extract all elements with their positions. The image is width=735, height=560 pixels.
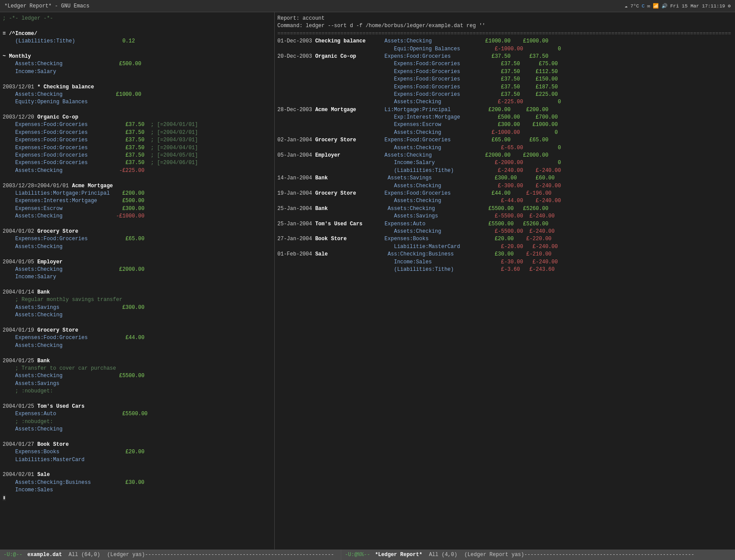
title-bar: *Ledger Report* - GNU Emacs ☁ 7°C C ✉ 📶 … [0,0,735,12]
app-title: *Ledger Report* - GNU Emacs [4,3,89,9]
left-pane: ; -*- ledger -*- = /^Income/ (Liabilitie… [0,12,275,550]
status-mode-name-left: (Ledger yas)----------------------------… [107,552,334,558]
status-mode-right: -U:@%%-- [345,552,370,558]
right-pane: Report: account Command: ledger --sort d… [275,12,735,550]
mail-icon: ✉ [647,3,650,9]
status-mode-name-right: (Ledger Report yas)---------------------… [464,552,694,558]
title-bar-left: *Ledger Report* - GNU Emacs [4,3,89,9]
status-filename-left: example.dat [24,552,65,558]
settings-icon: ⚙ [728,3,731,9]
network-icon: 📶 [653,3,659,9]
right-pane-content: Report: account Command: ledger --sort d… [275,14,735,274]
status-filename-right: *Ledger Report* [372,552,425,558]
status-mode-left: -U:@-- [4,552,22,558]
status-info-left: All (64,0) [69,552,100,558]
refresh-icon: C [642,4,645,9]
status-bar-right: -U:@%%-- *Ledger Report* All (4,0) (Ledg… [341,550,735,560]
weather-icon: ☁ 7°C [625,3,639,9]
status-bar-left: -U:@-- example.dat All (64,0) (Ledger ya… [0,550,341,560]
volume-icon: 🔊 [662,3,668,9]
sys-icons: ☁ 7°C C ✉ 📶 🔊 Fri 15 Mar 17:11:19 ⚙ [625,3,731,9]
clock: Fri 15 Mar 17:11:19 [670,4,725,9]
status-bar: -U:@-- example.dat All (64,0) (Ledger ya… [0,550,735,560]
status-info-right: All (4,0) [429,552,457,558]
left-pane-content: ; -*- ledger -*- = /^Income/ (Liabilitie… [0,14,274,503]
main-container: ; -*- ledger -*- = /^Income/ (Liabilitie… [0,12,735,550]
